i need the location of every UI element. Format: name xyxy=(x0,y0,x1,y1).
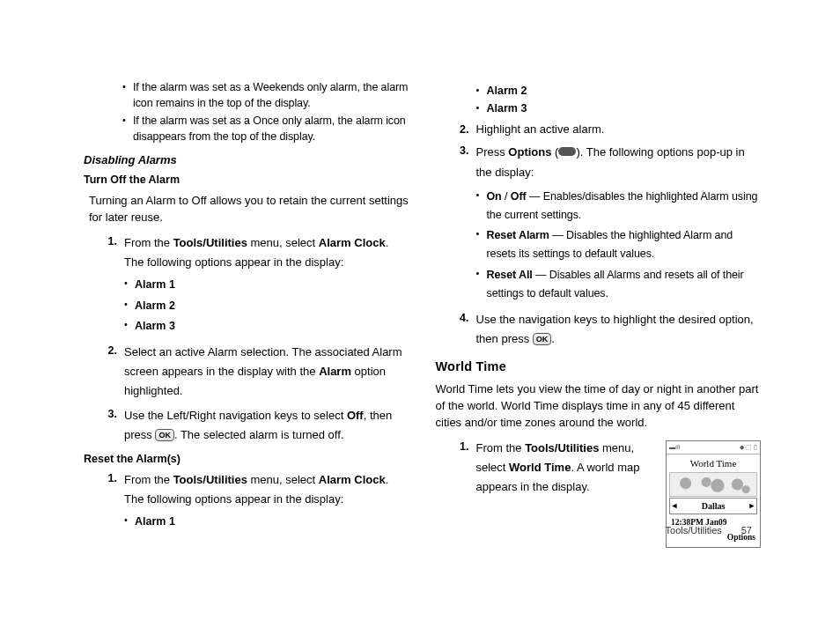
text: . xyxy=(551,332,555,345)
alarm-option: Alarm 1 xyxy=(135,276,409,294)
step-number: 4. xyxy=(453,310,476,349)
step-2: 2. Highlight an active alarm. xyxy=(453,122,762,137)
step-2: 2. Select an active Alarm selection. The… xyxy=(101,343,409,401)
bold-text: Tools/Utilities xyxy=(173,473,247,486)
bold-text: World Time xyxy=(509,461,571,474)
step-4: 4. Use the navigation keys to highlight … xyxy=(453,310,762,349)
bold-text: Tools/Utilities xyxy=(525,441,599,454)
page-footer: Tools/Utilities57 xyxy=(666,524,752,538)
section-reset-alarms: Reset the Alarm(s) xyxy=(84,451,409,467)
step-text: Press Options (). The following options … xyxy=(476,143,762,305)
alarm-option: Alarm 3 xyxy=(135,317,409,336)
text: Use the navigation keys to highlight the… xyxy=(476,313,754,345)
signal-icon: ▬ıll xyxy=(669,442,680,453)
text: From the xyxy=(476,441,526,454)
bold-text: Alarm xyxy=(319,365,351,378)
text: From the xyxy=(124,236,173,249)
alarm-option: Alarm 2 xyxy=(135,297,409,315)
step-text: Use the Left/Right navigation keys to se… xyxy=(124,406,409,445)
step-number: 2. xyxy=(101,343,124,401)
bold-text: Alarm Clock xyxy=(319,236,386,249)
step-3: 3. Use the Left/Right navigation keys to… xyxy=(101,406,409,445)
arrow-right-icon: ► xyxy=(748,499,756,513)
reset-step-1: 1. From the Tools/Utilities menu, select… xyxy=(101,470,409,533)
bullet-text: If the alarm was set as a Weekends only … xyxy=(133,79,409,111)
section-disabling-alarms: Disabling Alarms xyxy=(84,152,409,169)
bold-text: Tools/Utilities xyxy=(173,236,247,249)
two-column-layout: • If the alarm was set as a Weekends onl… xyxy=(84,79,761,557)
bullet-item: • If the alarm was set as a Weekends onl… xyxy=(122,79,409,111)
step-1: 1. From the Tools/Utilities menu, select… xyxy=(101,233,409,337)
step-number: 3. xyxy=(101,406,124,445)
status-icons: ◆ ⬚ ▯ xyxy=(740,442,757,453)
ok-key-icon: OK xyxy=(155,429,174,441)
step-number: 3. xyxy=(453,143,476,305)
phone-status-bar: ▬ıll ◆ ⬚ ▯ xyxy=(667,441,760,454)
step-text: From the Tools/Utilities menu, select Al… xyxy=(124,233,409,337)
text: menu, select xyxy=(247,236,319,249)
text: Use the Left/Right navigation keys to se… xyxy=(124,409,347,422)
ok-key-icon: OK xyxy=(533,333,552,345)
step-text: Select an active Alarm selection. The as… xyxy=(124,343,409,401)
heading-world-time: World Time xyxy=(436,358,762,376)
left-column: • If the alarm was set as a Weekends onl… xyxy=(84,79,409,557)
step-number: 1. xyxy=(101,470,124,533)
world-map-icon xyxy=(669,472,757,497)
manual-page: • If the alarm was set as a Weekends onl… xyxy=(0,0,840,628)
bold-text: Off xyxy=(347,409,364,422)
text: Press xyxy=(476,145,509,159)
option-on-off: On / Off — Enables/disables the highligh… xyxy=(487,188,762,225)
city-name: Dallas xyxy=(679,499,748,513)
arrow-left-icon: ◄ xyxy=(670,499,679,513)
step-number: 2. xyxy=(453,122,476,137)
text: . The selected alarm is turned off. xyxy=(174,428,343,441)
alarm-option: Alarm 1 xyxy=(135,513,409,531)
text: ( xyxy=(551,145,558,159)
step-text: Use the navigation keys to highlight the… xyxy=(476,310,762,349)
paragraph: World Time lets you view the time of day… xyxy=(436,381,762,432)
option-reset-all: Reset All — Disables all Alarms and rese… xyxy=(487,266,762,304)
bullet-dot: • xyxy=(122,113,133,144)
bullet-dot: • xyxy=(122,79,133,111)
alarm-option: Alarm 2 xyxy=(487,83,762,99)
paragraph: Turning an Alarm to Off allows you to re… xyxy=(84,193,409,226)
phone-title: World Time xyxy=(667,454,760,472)
step-text: Highlight an active alarm. xyxy=(476,122,762,137)
text: menu, select xyxy=(247,473,319,486)
bullet-text: If the alarm was set as a Once only alar… xyxy=(133,113,409,144)
option-reset-alarm: Reset Alarm — Disables the highlighted A… xyxy=(487,226,762,264)
text: From the xyxy=(124,473,173,486)
bullet-item: • If the alarm was set as a Once only al… xyxy=(122,113,409,144)
step-number: 1. xyxy=(453,439,476,551)
bold-text: Options xyxy=(508,145,551,159)
alarm-option: Alarm 3 xyxy=(487,100,762,116)
softkey-icon xyxy=(558,147,576,156)
step-3: 3. Press Options (). The following optio… xyxy=(453,143,762,305)
footer-section: Tools/Utilities xyxy=(666,525,722,536)
city-selector: ◄ Dallas ► xyxy=(669,498,757,514)
step-text: From the Tools/Utilities menu, select Al… xyxy=(124,470,409,533)
bold-text: Alarm Clock xyxy=(319,473,386,486)
right-column: •Alarm 2 •Alarm 3 2. Highlight an active… xyxy=(436,79,762,557)
section-turn-off-alarm: Turn Off the Alarm xyxy=(84,172,409,188)
page-number: 57 xyxy=(741,525,752,536)
step-number: 1. xyxy=(101,233,124,337)
